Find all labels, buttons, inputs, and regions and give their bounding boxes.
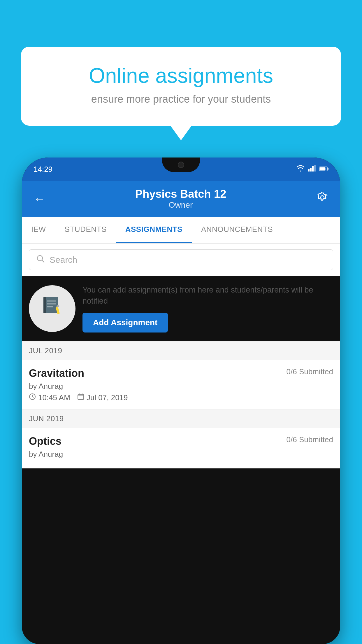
- svg-rect-2: [312, 166, 314, 172]
- assignment-name-optics: Optics: [29, 435, 61, 447]
- assignment-by-optics: by Anurag: [29, 450, 333, 459]
- search-bar-container: Search: [22, 244, 340, 276]
- assignment-submitted: 0/6 Submitted: [287, 367, 333, 376]
- search-placeholder: Search: [50, 255, 77, 265]
- date-meta: Jul 07, 2019: [77, 393, 128, 402]
- clock-icon: [29, 393, 36, 402]
- add-assignment-button[interactable]: Add Assignment: [82, 313, 168, 332]
- svg-rect-0: [308, 169, 310, 172]
- wifi-icon: [296, 165, 305, 173]
- tabs-container: IEW STUDENTS ASSIGNMENTS ANNOUNCEMENTS: [22, 217, 340, 244]
- add-assignment-card: You can add assignment(s) from here and …: [22, 276, 340, 342]
- svg-rect-19: [78, 394, 84, 400]
- assignment-icon-circle: [29, 285, 75, 332]
- settings-icon[interactable]: [316, 191, 328, 206]
- speech-bubble-container: Online assignments ensure more practice …: [21, 47, 341, 126]
- assignment-item-optics[interactable]: Optics 0/6 Submitted by Anurag: [22, 428, 340, 468]
- tab-announcements[interactable]: ANNOUNCEMENTS: [192, 217, 282, 243]
- section-header-jun: JUN 2019: [22, 410, 340, 428]
- assignment-meta: 10:45 AM Jul 07, 2019: [29, 393, 333, 402]
- app-header: ← Physics Batch 12 Owner: [22, 181, 340, 217]
- phone-notch: [162, 158, 200, 172]
- battery-icon: [319, 165, 328, 173]
- svg-line-8: [42, 260, 44, 262]
- time-meta: 10:45 AM: [29, 393, 70, 402]
- speech-bubble: Online assignments ensure more practice …: [21, 47, 341, 126]
- svg-line-18: [32, 397, 34, 397]
- add-assignment-description: You can add assignment(s) from here and …: [82, 285, 333, 307]
- svg-rect-6: [328, 168, 328, 170]
- camera-dot: [178, 162, 184, 168]
- header-center: Physics Batch 12 Owner: [45, 188, 316, 210]
- header-title: Physics Batch 12: [45, 188, 316, 200]
- assignment-item-header: Gravitation 0/6 Submitted: [29, 367, 333, 379]
- assignment-item-gravitation[interactable]: Gravitation 0/6 Submitted by Anurag 10:4…: [22, 360, 340, 410]
- status-time: 14:29: [34, 165, 52, 174]
- search-icon: [36, 254, 45, 265]
- phone-frame: 14:29: [22, 158, 340, 644]
- svg-rect-3: [314, 165, 316, 172]
- svg-rect-5: [320, 167, 326, 171]
- assignment-item-optics-header: Optics 0/6 Submitted: [29, 435, 333, 447]
- tab-students[interactable]: STUDENTS: [55, 217, 116, 243]
- tab-assignments[interactable]: ASSIGNMENTS: [116, 217, 192, 243]
- tab-iew[interactable]: IEW: [22, 217, 55, 243]
- header-subtitle: Owner: [45, 200, 316, 210]
- svg-rect-1: [310, 168, 312, 172]
- speech-bubble-subtitle: ensure more practice for your students: [44, 93, 318, 105]
- assignment-date: Jul 07, 2019: [87, 393, 128, 402]
- svg-rect-9: [45, 297, 58, 313]
- status-bar: 14:29: [22, 158, 340, 181]
- assignment-time: 10:45 AM: [38, 393, 70, 402]
- section-header-jul: JUL 2019: [22, 342, 340, 360]
- signal-icon: [308, 165, 316, 173]
- notebook-icon: [41, 295, 64, 323]
- add-assignment-text-area: You can add assignment(s) from here and …: [82, 285, 333, 332]
- search-bar[interactable]: Search: [29, 249, 333, 270]
- speech-bubble-title: Online assignments: [44, 64, 318, 87]
- assignment-name: Gravitation: [29, 367, 84, 379]
- assignment-submitted-optics: 0/6 Submitted: [287, 435, 333, 444]
- section-month-jun: JUN 2019: [29, 414, 64, 423]
- svg-rect-10: [43, 297, 46, 313]
- status-icons: [296, 165, 328, 173]
- assignment-by: by Anurag: [29, 382, 333, 391]
- calendar-icon: [77, 393, 84, 402]
- section-month-jul: JUL 2019: [29, 346, 62, 355]
- back-button[interactable]: ←: [34, 192, 45, 205]
